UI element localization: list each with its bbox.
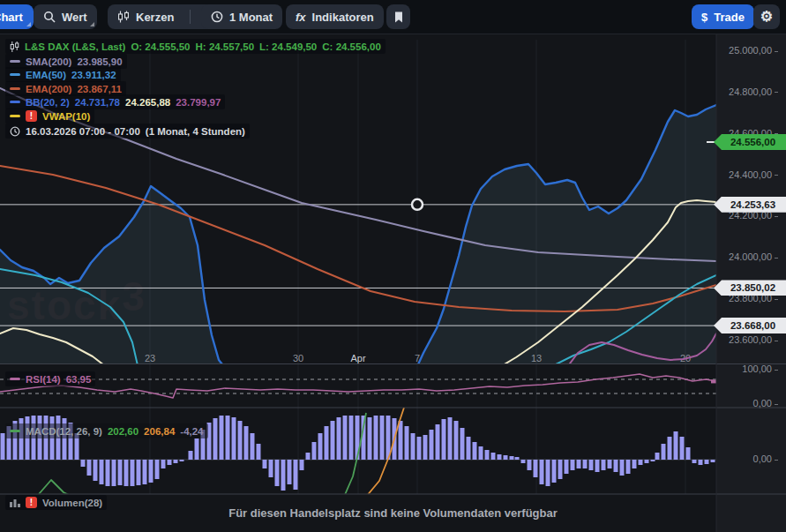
level-price-badge: 23.850,02 xyxy=(714,280,786,296)
rsi-value: 63,95 xyxy=(66,374,92,385)
indicator-name: EMA(200) xyxy=(26,84,71,94)
macd-hist-value: -4,24 xyxy=(180,426,203,437)
candle-type-label: Kerzen xyxy=(136,11,174,24)
trade-label: Trade xyxy=(714,11,745,24)
warning-icon xyxy=(26,110,37,122)
indicator-name: EMA(50) xyxy=(26,70,66,80)
macd-signal-value: 206,84 xyxy=(144,426,175,437)
symbol-search-label: Wert xyxy=(62,11,87,24)
bookmark-icon xyxy=(393,11,404,23)
trade-button[interactable]: $ Trade xyxy=(692,4,754,29)
macd-line-swatch xyxy=(10,430,20,432)
clock-icon xyxy=(211,11,223,23)
level-price-badge: 24.253,63 xyxy=(714,197,786,213)
symbol-search-button[interactable]: Wert xyxy=(34,4,97,29)
ohlc-low-label: L: xyxy=(259,41,269,52)
indicator-swatch xyxy=(10,101,20,103)
macd-legend-row[interactable]: MACD(12, 26, 9) 202,60 206,84 -4,24 xyxy=(5,423,208,438)
indicators-label: Indikatoren xyxy=(312,11,374,24)
clock-icon xyxy=(10,126,20,137)
candlestick-icon xyxy=(10,41,19,52)
fx-icon: fx xyxy=(296,11,306,24)
indicator-swatch xyxy=(10,87,20,90)
rsi-scale-top: 100,00 xyxy=(716,363,778,374)
no-volume-message: Für diesen Handelsplatz sind keine Volum… xyxy=(0,506,786,520)
legend-indicator-row[interactable]: BB(20, 2)24.731,7824.265,8823.799,97 xyxy=(5,94,225,109)
settings-button[interactable]: ⚙ xyxy=(753,4,780,29)
svg-text:30: 30 xyxy=(293,353,303,363)
rsi-line-swatch xyxy=(10,378,20,380)
range-button[interactable]: 1 Monat xyxy=(201,4,282,29)
indicator-value: 23.799,97 xyxy=(176,97,221,108)
price-axis-tick: 24.800,00 xyxy=(716,86,778,97)
rsi-legend-row[interactable]: RSI(14) 63,95 xyxy=(5,371,95,386)
indicator-swatch xyxy=(10,73,20,76)
ohlc-close-value: 24.556,00 xyxy=(336,41,381,52)
bookmark-button[interactable] xyxy=(386,4,410,29)
ohlc-high-label: H: xyxy=(196,41,206,52)
indicator-value: 24.731,78 xyxy=(75,97,120,108)
candlestick-icon xyxy=(117,11,130,23)
search-icon xyxy=(43,11,56,23)
range-label: 1 Monat xyxy=(229,11,273,24)
ohlc-open-label: O: xyxy=(131,41,142,52)
indicator-name: VWAP(10) xyxy=(42,111,90,122)
rsi-label: RSI(14) xyxy=(26,374,61,385)
indicators-button[interactable]: fx Indikatoren xyxy=(286,4,384,29)
indicator-value: 23.867,11 xyxy=(77,84,122,94)
toolbar: Chart Wert Kerzen 4h xyxy=(0,0,786,34)
indicator-name: BB(20, 2) xyxy=(26,97,70,108)
indicator-value: 23.985,90 xyxy=(77,56,122,67)
legend-time-row: 16.03.2026 07:00 - 07:00 (1 Monat, 4 Stu… xyxy=(5,124,250,139)
indicator-value: 23.911,32 xyxy=(71,70,116,80)
chart-tab-button[interactable]: Chart xyxy=(0,4,34,29)
ohlc-open-value: 24.555,50 xyxy=(145,41,190,52)
svg-text:13: 13 xyxy=(531,353,542,363)
price-axis-tick: 24.000,00 xyxy=(716,251,778,262)
level-price-badge: 23.668,00 xyxy=(714,318,786,333)
indicator-value: 24.265,88 xyxy=(125,97,170,108)
timeframe-note: (1 Monat, 4 Stunden) xyxy=(146,126,245,137)
ohlc-high-value: 24.557,50 xyxy=(209,41,254,52)
toolbar-divider xyxy=(190,10,191,24)
legend-indicator-row[interactable]: EMA(50)23.911,32 xyxy=(5,67,121,82)
legend-indicator-row[interactable]: VWAP(10) xyxy=(5,109,94,124)
price-axis-tick: 24.400,00 xyxy=(716,169,778,180)
ohlc-low-value: 24.549,50 xyxy=(272,41,317,52)
indicator-swatch xyxy=(10,60,20,63)
macd-scale-zero: 0,00 xyxy=(716,453,778,464)
instrument-title: L&S DAX (L&S, Last) xyxy=(25,41,125,52)
indicator-name: SMA(200) xyxy=(26,56,71,67)
legend-main-row[interactable]: L&S DAX (L&S, Last) O: 24.555,50 H: 24.5… xyxy=(5,39,386,54)
macd-value: 202,60 xyxy=(108,426,138,437)
indicator-swatch xyxy=(10,115,20,117)
candle-type-button[interactable]: Kerzen xyxy=(108,4,183,29)
trading-app: stock32330Apr71320 Chart Wert Kerzen xyxy=(0,0,786,532)
candle-timestamp: 16.03.2026 07:00 - 07:00 xyxy=(26,126,140,137)
price-axis-tick: 25.000,00 xyxy=(716,45,778,56)
dollar-icon: $ xyxy=(701,11,707,24)
macd-label: MACD(12, 26, 9) xyxy=(26,426,102,437)
svg-text:23: 23 xyxy=(145,353,155,363)
rsi-scale-bottom: 0,00 xyxy=(716,398,778,408)
last-price-badge: 24.556,00 xyxy=(714,134,786,150)
price-axis-tick: 23.600,00 xyxy=(716,334,778,345)
gear-icon: ⚙ xyxy=(760,10,773,24)
chart-tab-label: Chart xyxy=(0,11,23,24)
ohlc-close-label: C: xyxy=(322,41,333,52)
svg-text:Apr: Apr xyxy=(350,353,365,363)
